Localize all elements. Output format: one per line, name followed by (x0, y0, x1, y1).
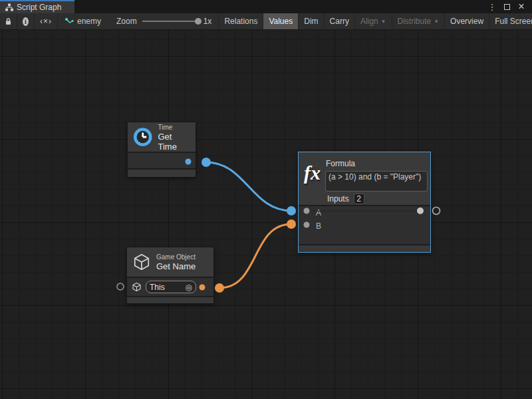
script-graph-window: Script Graph ⋮ × i ‹×› enemy (0, 0, 532, 399)
zoom-value: 1x (203, 17, 212, 26)
node-category: Time (158, 123, 190, 132)
lock-icon (5, 17, 11, 26)
wire-orange-end-dot[interactable] (287, 219, 296, 229)
relations-button[interactable]: Relations (219, 13, 263, 29)
full-screen-button[interactable]: Full Screen (489, 13, 532, 29)
target-object-field[interactable]: This ◎ (146, 281, 196, 293)
target-object-value: This (150, 283, 183, 292)
node-formula[interactable]: fx Formula (a > 10) and (b = "Player") I… (298, 152, 431, 253)
wires-overlay (0, 30, 532, 399)
lock-button[interactable] (0, 13, 17, 29)
get-time-port-row (128, 153, 196, 168)
wire-blue-start-dot[interactable] (201, 158, 211, 167)
wire-orange-start-dot[interactable] (215, 283, 224, 293)
zoom-label: Zoom (116, 17, 137, 26)
formula-fx-icon: fx (304, 162, 321, 184)
chevron-down-icon: ▼ (434, 19, 439, 25)
close-icon[interactable]: × (516, 1, 527, 12)
zoom-slider-handle[interactable] (195, 18, 201, 25)
wire-blue-end-dot[interactable] (287, 206, 296, 215)
game-object-cube-icon (132, 253, 151, 271)
game-object-cube-icon-small (132, 282, 142, 292)
node-get-time[interactable]: Time Get Time (127, 122, 196, 178)
wire-get-time-to-formula-a[interactable] (206, 162, 291, 211)
graph-canvas[interactable]: Time Get Time fx Formula (a > 10) and (b… (0, 30, 532, 399)
inputs-count-field[interactable]: 2 (354, 194, 364, 204)
carry-button[interactable]: Carry (325, 13, 355, 29)
formula-result-port-outer[interactable] (433, 207, 440, 215)
info-button[interactable]: i (17, 13, 35, 29)
graph-name: enemy (77, 17, 101, 26)
node-title: Get Name (156, 261, 196, 271)
values-button[interactable]: Values (263, 13, 299, 29)
distribute-dropdown[interactable]: Distribute ▼ (392, 13, 446, 29)
port-b-row: B (299, 219, 430, 233)
get-name-target-input-port[interactable] (117, 283, 124, 290)
window-controls: ⋮ × (487, 0, 532, 13)
maximize-icon[interactable] (501, 1, 512, 12)
port-a-row: A (299, 206, 430, 219)
tab-bar: Script Graph ⋮ × (0, 0, 532, 13)
dim-button[interactable]: Dim (299, 13, 324, 29)
tab-title: Script Graph (17, 3, 61, 12)
wire-get-name-to-formula-b[interactable] (219, 224, 291, 288)
chevron-down-icon: ▼ (381, 19, 386, 25)
info-icon: i (23, 17, 29, 26)
port-a-label: A (316, 208, 321, 217)
code-preview-button[interactable]: ‹×› (35, 13, 58, 29)
port-b-label: B (316, 221, 321, 231)
window-menu-icon[interactable]: ⋮ (487, 1, 497, 12)
node-title: Get Time (158, 132, 190, 152)
formula-expression-input[interactable]: (a > 10) and (b = "Player") (325, 171, 428, 192)
graph-hierarchy-icon (5, 3, 13, 11)
zoom-slider[interactable] (142, 21, 198, 22)
align-dropdown[interactable]: Align ▼ (355, 13, 392, 29)
node-get-name[interactable]: Game Object Get Name This ◎ (126, 247, 214, 304)
script-graph-asset-icon (65, 17, 74, 26)
inputs-label: Inputs (327, 194, 349, 203)
breadcrumb[interactable]: enemy (58, 13, 110, 29)
zoom-control: Zoom 1x (110, 13, 219, 29)
time-clock-icon (133, 126, 152, 148)
graph-toolbar: i ‹×› enemy Zoom 1x Relations Values Dim (0, 13, 532, 30)
overview-button[interactable]: Overview (445, 13, 489, 29)
node-category: Game Object (156, 253, 196, 261)
object-picker-icon[interactable]: ◎ (186, 283, 192, 291)
node-title: Formula (326, 159, 355, 168)
code-icon: ‹×› (40, 17, 52, 26)
tab-script-graph[interactable]: Script Graph (0, 0, 74, 13)
